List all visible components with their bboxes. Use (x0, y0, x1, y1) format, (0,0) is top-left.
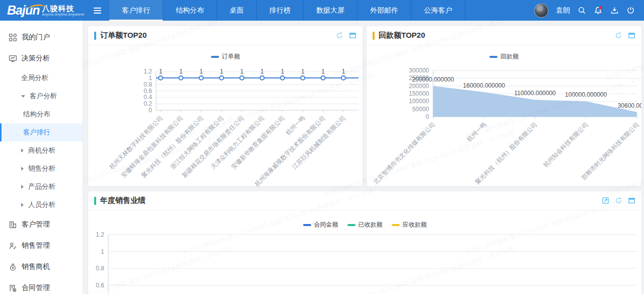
sidebar-item-8[interactable]: 产品分析 (0, 178, 83, 196)
nav-tab-3[interactable]: 排行榜 (257, 0, 304, 21)
sidebar-item-0[interactable]: 我的门户 (0, 27, 83, 48)
refresh-icon[interactable] (615, 197, 622, 204)
y-tick-label: 200000 (409, 83, 429, 90)
legend-label: 回款额 (500, 52, 519, 61)
y-tick-label: 0.8 (144, 81, 152, 88)
sidebar-item-10[interactable]: 客户管理 (0, 214, 83, 235)
nav-tabs: 客户排行结构分布桌面排行榜数据大屏外部邮件公海客户 (109, 0, 465, 21)
card-title: 年度销售业绩 (100, 196, 146, 205)
card-header: 订单额TOP20 (88, 26, 363, 45)
order-amount-top20-card: 订单额TOP20 订单额 00.20.40.60.811.21111111111… (88, 26, 363, 186)
legend-label: 订单额 (222, 52, 240, 61)
y-tick-label: 0.2 (144, 100, 152, 107)
nav-tab-1[interactable]: 结构分布 (163, 0, 217, 21)
card-accent-bar (94, 32, 96, 40)
data-label: 1 (199, 68, 203, 75)
fullscreen-icon[interactable] (349, 32, 356, 39)
legend-item-0[interactable]: 订单额 (211, 52, 240, 61)
x-axis-label: 邯郸市时光网络科技有限公司 (580, 121, 640, 181)
nav-tab-6[interactable]: 公海客户 (411, 0, 465, 21)
sidebar-item-13[interactable]: 合同管理 (0, 277, 83, 294)
data-point (159, 76, 163, 80)
data-label: 160000.000000 (463, 82, 506, 89)
data-label: 1 (342, 68, 345, 75)
payment-amount-top20-card: 回款额TOP20 回款额 050000100000150000200000250… (367, 26, 641, 186)
data-point (179, 76, 183, 80)
menu-toggle-icon[interactable] (94, 8, 101, 14)
data-label: 1 (260, 68, 264, 75)
legend-item-0[interactable]: 回款额 (489, 52, 519, 61)
caret-collapsed-icon (21, 203, 24, 207)
card-title: 回款额TOP20 (379, 31, 425, 40)
data-label: 1 (321, 68, 325, 75)
fullscreen-icon[interactable] (628, 197, 635, 204)
download-icon[interactable] (610, 6, 619, 15)
data-point (280, 76, 284, 80)
data-label: 30600.000000 (618, 102, 641, 109)
fullscreen-icon[interactable] (628, 32, 635, 39)
legend-label: 已收款额 (359, 220, 383, 229)
user-name[interactable]: 袁朗 (556, 6, 570, 15)
chart-switch-icon[interactable] (602, 197, 609, 204)
sidebar-item-2[interactable]: 全局分析 (0, 69, 83, 87)
sidebar-item-4[interactable]: 结构分布 (0, 105, 83, 123)
data-label: 1 (281, 68, 284, 75)
card-accent-bar (373, 32, 375, 40)
nav-tab-4[interactable]: 数据大屏 (304, 0, 357, 21)
legend-label: 合同金额 (314, 220, 338, 229)
sidebar-item-5[interactable]: 客户排行 (0, 123, 83, 141)
sales-icon (9, 242, 17, 250)
sidebar-item-1[interactable]: 决策分析 (0, 48, 83, 69)
refresh-icon[interactable] (615, 32, 622, 39)
x-axis-label: 聚光科技（杭州）股份有限公司 (474, 121, 539, 186)
legend-item-2[interactable]: 应收款额 (392, 220, 427, 229)
bell-icon[interactable] (594, 6, 603, 15)
caret-collapsed-icon (21, 185, 24, 189)
sidebar-item-label: 我的门户 (22, 33, 50, 42)
sidebar-item-6[interactable]: 商机分析 (0, 141, 83, 160)
caret-collapsed-icon (21, 167, 24, 171)
navbar-right: 袁朗 (534, 4, 644, 18)
nav-tab-0[interactable]: 客户排行 (109, 0, 163, 21)
y-tick-label: 0 (425, 113, 429, 120)
data-label: 100000.000000 (565, 91, 607, 98)
card-header: 回款额TOP20 (367, 26, 641, 45)
refresh-icon[interactable] (336, 32, 343, 39)
sidebar-item-label: 产品分析 (28, 182, 55, 191)
logo-tagline: Anyone,Anytime,Anywhere! (42, 13, 85, 17)
y-tick-label: 150000 (409, 90, 429, 97)
legend-marker (489, 56, 497, 58)
sidebar-item-12[interactable]: 销售商机 (0, 256, 83, 277)
app-root: Bajun 八骏科技 Anyone,Anytime,Anywhere! 客户排行… (0, 0, 644, 294)
legend-marker (211, 56, 219, 58)
logo-text-cn: 八骏科技 (42, 5, 85, 12)
sidebar-item-7[interactable]: 销售分析 (0, 160, 83, 178)
caret-collapsed-icon (21, 149, 24, 153)
sidebar-item-11[interactable]: 销售管理 (0, 235, 83, 256)
sidebar-item-3[interactable]: 客户分析 (0, 87, 83, 105)
legend-marker (347, 224, 355, 226)
moneybag-icon (9, 263, 17, 271)
data-point (321, 76, 325, 80)
legend-item-1[interactable]: 已收款额 (347, 220, 383, 229)
monitor-icon (9, 54, 17, 63)
y-tick-label: 1 (101, 248, 104, 255)
legend-item-0[interactable]: 合同金额 (303, 220, 338, 229)
legend-marker (392, 224, 400, 226)
notification-badge (599, 6, 602, 9)
user-avatar[interactable] (534, 4, 548, 18)
y-tick-label: 0.4 (144, 94, 152, 101)
power-icon[interactable] (626, 6, 635, 15)
sidebar-item-9[interactable]: 人员分析 (0, 196, 83, 214)
sidebar-item-label: 销售管理 (22, 241, 50, 250)
top-navbar: Bajun 八骏科技 Anyone,Anytime,Anywhere! 客户排行… (0, 0, 644, 21)
search-icon[interactable] (578, 6, 586, 15)
brand-logo[interactable]: Bajun 八骏科技 Anyone,Anytime,Anywhere! (0, 4, 85, 17)
annual-sales-performance-card: 年度销售业绩 合同金额已收款额应收款额 00.20.40.60.811.2 (88, 191, 641, 294)
card-actions (602, 197, 635, 204)
nav-tab-5[interactable]: 外部邮件 (357, 0, 411, 21)
y-tick-label: 0 (149, 107, 152, 114)
nav-tab-2[interactable]: 桌面 (217, 0, 257, 21)
data-point (341, 76, 345, 80)
y-tick-label: 1.2 (144, 68, 152, 75)
